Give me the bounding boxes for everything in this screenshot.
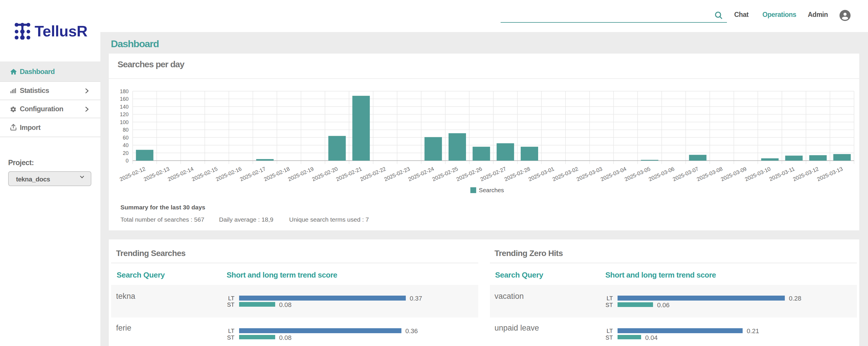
svg-text:2025-03-12: 2025-03-12 — [792, 166, 820, 182]
svg-text:2025-02-18: 2025-02-18 — [263, 166, 290, 182]
svg-text:2025-02-22: 2025-02-22 — [359, 166, 387, 182]
svg-text:2025-02-21: 2025-02-21 — [335, 166, 363, 182]
svg-text:2025-03-01: 2025-03-01 — [527, 166, 555, 182]
svg-text:2025-02-12: 2025-02-12 — [119, 166, 146, 182]
svg-text:2025-03-11: 2025-03-11 — [768, 166, 796, 182]
svg-text:2025-02-25: 2025-02-25 — [431, 166, 459, 182]
svg-text:2025-02-28: 2025-02-28 — [503, 166, 531, 182]
svg-text:2025-02-26: 2025-02-26 — [455, 166, 483, 182]
svg-text:120: 120 — [120, 112, 129, 117]
svg-text:2025-02-19: 2025-02-19 — [287, 166, 315, 182]
svg-text:2025-02-16: 2025-02-16 — [215, 166, 243, 182]
svg-text:2025-03-04: 2025-03-04 — [599, 166, 627, 182]
svg-text:2025-03-05: 2025-03-05 — [624, 166, 651, 182]
svg-text:2025-02-13: 2025-02-13 — [143, 166, 170, 182]
svg-text:80: 80 — [123, 127, 129, 133]
svg-text:2025-03-03: 2025-03-03 — [576, 166, 603, 182]
svg-text:140: 140 — [120, 104, 129, 110]
svg-text:60: 60 — [123, 135, 129, 141]
svg-text:2025-02-20: 2025-02-20 — [311, 166, 339, 182]
svg-text:Searches: Searches — [479, 187, 504, 193]
svg-text:2025-03-08: 2025-03-08 — [696, 166, 723, 182]
svg-text:2025-02-27: 2025-02-27 — [479, 166, 507, 182]
svg-text:180: 180 — [120, 89, 129, 94]
svg-text:0: 0 — [126, 158, 129, 164]
svg-text:20: 20 — [123, 150, 129, 156]
svg-text:2025-03-06: 2025-03-06 — [648, 166, 676, 182]
svg-text:2025-02-14: 2025-02-14 — [167, 166, 194, 182]
svg-text:40: 40 — [123, 142, 129, 148]
svg-text:2025-02-23: 2025-02-23 — [383, 166, 411, 182]
svg-text:2025-03-02: 2025-03-02 — [552, 166, 579, 182]
svg-text:2025-03-10: 2025-03-10 — [744, 166, 771, 182]
svg-text:2025-02-24: 2025-02-24 — [407, 166, 435, 182]
svg-text:100: 100 — [120, 119, 129, 125]
svg-text:2025-03-07: 2025-03-07 — [672, 166, 699, 182]
svg-text:160: 160 — [120, 96, 129, 102]
svg-text:2025-03-09: 2025-03-09 — [720, 166, 748, 182]
svg-text:2025-03-13: 2025-03-13 — [816, 166, 843, 182]
svg-text:2025-02-17: 2025-02-17 — [239, 166, 267, 182]
svg-text:2025-02-15: 2025-02-15 — [191, 166, 218, 182]
